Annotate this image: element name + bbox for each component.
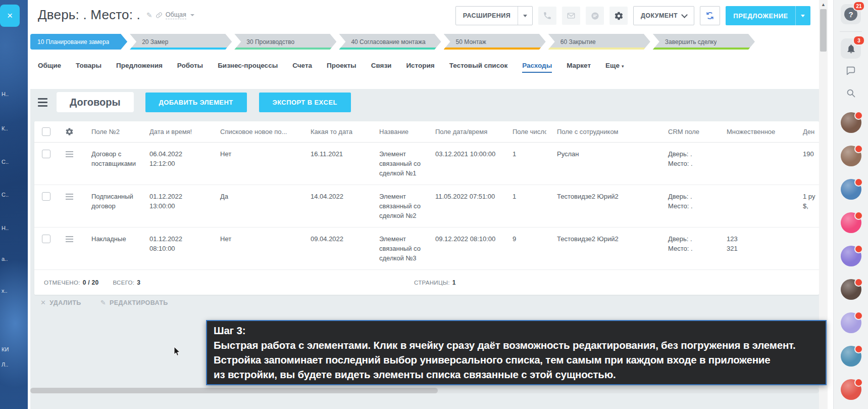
- tab-item[interactable]: Роботы: [177, 57, 203, 74]
- sync-button[interactable]: [700, 6, 720, 25]
- edit-title-icon[interactable]: ✎: [146, 11, 152, 19]
- pipeline-stage[interactable]: 60 Закрытие: [548, 34, 650, 50]
- table-cell[interactable]: Тестовидзе2 Юрий2: [546, 192, 657, 202]
- vertical-scrollbar-thumb[interactable]: [820, 9, 827, 52]
- avatar[interactable]: [841, 279, 861, 300]
- row-checkbox[interactable]: [42, 235, 50, 243]
- settings-button[interactable]: [609, 7, 628, 25]
- table-cell[interactable]: Нет: [210, 235, 300, 244]
- tab-item[interactable]: Связи: [371, 57, 392, 74]
- tab-item[interactable]: Предложения: [116, 57, 163, 74]
- table-cell[interactable]: 03.12.2021 10:00:00: [425, 150, 502, 159]
- table-cell[interactable]: Подписанный договор: [81, 192, 139, 211]
- document-button[interactable]: ДОКУМЕНТ: [633, 6, 694, 25]
- left-menu-item[interactable]: К..: [2, 125, 8, 131]
- proposal-dropdown[interactable]: [796, 15, 810, 17]
- left-menu-item[interactable]: Н..: [2, 225, 9, 231]
- table-cell[interactable]: Нет: [210, 150, 300, 159]
- table-cell[interactable]: Руслан: [546, 150, 657, 159]
- search-button[interactable]: [841, 83, 861, 103]
- column-header[interactable]: Множественное: [716, 128, 792, 135]
- chat-panel-button[interactable]: [841, 61, 861, 81]
- edit-button[interactable]: ✎РЕДАКТИРОВАТЬ: [100, 299, 168, 306]
- avatar[interactable]: [841, 112, 861, 133]
- table-cell[interactable]: Дверь: . Место: .: [657, 235, 716, 254]
- table-cell[interactable]: Дверь: . Место: .: [657, 150, 716, 169]
- table-cell[interactable]: Договор с поставщиками: [81, 150, 139, 169]
- left-menu-item[interactable]: Л..: [2, 361, 8, 368]
- tab-item[interactable]: Тестовый список: [449, 57, 507, 74]
- row-menu-icon[interactable]: [66, 151, 73, 157]
- scrollbar-up-arrow[interactable]: ▲: [819, 1, 828, 8]
- left-menu-item[interactable]: КИ: [2, 346, 9, 352]
- pipeline-stage[interactable]: 50 Монтаж: [444, 34, 546, 50]
- table-cell[interactable]: Накладные: [81, 235, 139, 244]
- tab-item[interactable]: Товары: [76, 57, 101, 74]
- table-cell[interactable]: 06.04.2022 12:12:00: [139, 150, 210, 169]
- tab-item[interactable]: Общие: [38, 57, 61, 74]
- left-menu-item[interactable]: Н..: [2, 91, 9, 97]
- slider-close-button[interactable]: ×: [0, 5, 20, 27]
- pipeline-stage[interactable]: 30 Производство: [234, 34, 336, 50]
- table-cell[interactable]: Элемент связанный со сделкой №1: [369, 150, 425, 178]
- left-menu-item[interactable]: С..: [2, 192, 9, 198]
- table-cell[interactable]: Дверь: . Место: .: [657, 192, 716, 211]
- tab-item[interactable]: Расходы: [522, 57, 552, 74]
- horizontal-scrollbar[interactable]: [30, 388, 819, 393]
- extensions-button[interactable]: РАСШИРЕНИЯ: [455, 6, 533, 25]
- extensions-dropdown[interactable]: [518, 15, 532, 17]
- add-element-button[interactable]: ДОБАВИТЬ ЭЛЕМЕНТ: [145, 93, 247, 112]
- table-cell[interactable]: 01.12.2022 08:10:00: [139, 235, 210, 254]
- table-cell[interactable]: 09.04.2022: [300, 235, 369, 244]
- column-header[interactable]: Поле №2: [81, 128, 139, 135]
- left-menu-item[interactable]: х..: [2, 288, 8, 294]
- notifications-button[interactable]: 3: [841, 38, 861, 59]
- table-cell[interactable]: 14.04.2022: [300, 192, 369, 202]
- pipeline-stage[interactable]: 40 Согласование монтажа: [339, 34, 441, 50]
- column-header[interactable]: Поле с сотрудником: [546, 128, 657, 135]
- avatar[interactable]: [841, 346, 861, 367]
- table-cell[interactable]: 01.12.2022 13:00:00: [139, 192, 210, 211]
- left-menu-item[interactable]: С..: [2, 159, 9, 165]
- column-header[interactable]: Поле число: [502, 128, 546, 135]
- avatar[interactable]: [841, 146, 861, 166]
- table-cell[interactable]: Элемент связанный со сделкой №2: [369, 192, 425, 221]
- list-selector[interactable]: Договоры: [57, 92, 134, 112]
- link-icon[interactable]: [156, 12, 163, 19]
- pipeline-stage[interactable]: Завершить сделку: [653, 34, 755, 50]
- table-cell[interactable]: 16.11.2021: [300, 150, 369, 159]
- tab-item[interactable]: Бизнес-процессы: [218, 57, 278, 74]
- table-cell[interactable]: 9: [502, 235, 546, 244]
- table-cell[interactable]: 1 ру $,: [792, 192, 819, 211]
- column-header[interactable]: Дата и время!: [139, 128, 210, 135]
- row-checkbox[interactable]: [42, 150, 50, 158]
- table-cell[interactable]: Да: [210, 192, 300, 202]
- column-header[interactable]: Списковое новое по...: [210, 128, 300, 135]
- help-button[interactable]: ? 21: [841, 4, 861, 24]
- row-checkbox[interactable]: [42, 192, 50, 201]
- select-all-checkbox[interactable]: [42, 127, 50, 136]
- email-button[interactable]: [562, 7, 580, 25]
- messenger-button[interactable]: [586, 7, 604, 25]
- avatar[interactable]: [841, 179, 861, 200]
- table-cell[interactable]: 11.05.2022 07:51:00: [425, 192, 502, 202]
- pipeline-stage[interactable]: 20 Замер: [130, 34, 232, 50]
- left-menu-item[interactable]: а..: [2, 256, 8, 262]
- table-cell[interactable]: Элемент связанный со сделкой №3: [369, 235, 425, 263]
- table-cell[interactable]: 1: [502, 192, 546, 202]
- pipeline-selector[interactable]: Общая: [166, 11, 186, 19]
- table-cell[interactable]: 09.12.2022 08:10:00: [425, 235, 502, 244]
- avatar[interactable]: [841, 312, 861, 333]
- tab-item[interactable]: История: [406, 57, 434, 74]
- export-excel-button[interactable]: ЭКСПОРТ В EXCEL: [259, 93, 351, 112]
- row-menu-icon[interactable]: [66, 194, 73, 200]
- tab-item[interactable]: Счета: [292, 57, 312, 74]
- table-cell[interactable]: 123 321: [716, 235, 792, 254]
- pipeline-stage[interactable]: 10 Планирование замера: [30, 34, 127, 50]
- grid-settings-icon[interactable]: [65, 127, 74, 136]
- column-header[interactable]: CRM поле: [657, 128, 716, 135]
- column-header[interactable]: Поле дата/время: [425, 128, 502, 135]
- avatar[interactable]: [841, 212, 861, 233]
- delete-button[interactable]: ✕УДАЛИТЬ: [40, 299, 81, 306]
- table-cell[interactable]: Тестовидзе2 Юрий2: [546, 235, 657, 244]
